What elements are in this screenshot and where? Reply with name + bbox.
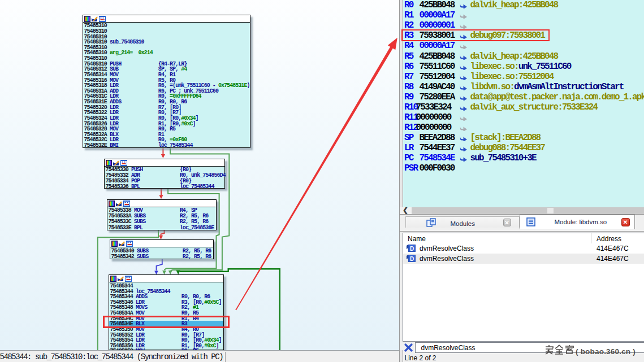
svg-text:( bobao.360.cn ): ( bobao.360.cn ) [576, 347, 636, 356]
